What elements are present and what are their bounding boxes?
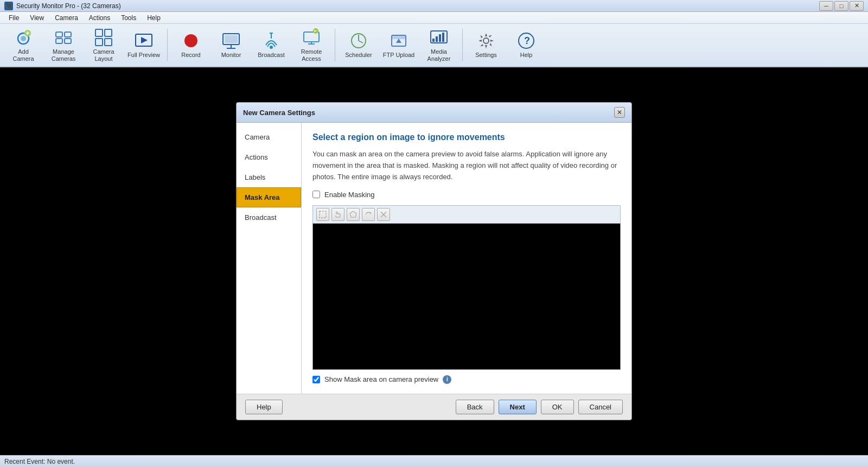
help-label: Help — [520, 52, 533, 59]
svg-rect-42 — [320, 211, 326, 218]
dialog-body: Camera Actions Labels Mask Area Broadcas… — [237, 123, 631, 393]
maximize-button[interactable]: □ — [834, 1, 848, 11]
dialog-overlay: New Camera Settings ✕ Camera Actions Lab… — [0, 67, 868, 455]
media-analyzer-label: Media Analyzer — [423, 48, 455, 62]
status-bar: Recent Event: No event. — [0, 455, 868, 467]
scheduler-icon — [349, 31, 368, 51]
toolbar-add-camera[interactable]: Add Camera — [4, 26, 42, 64]
hand-tool-button[interactable] — [331, 208, 344, 221]
enable-masking-checkbox[interactable] — [312, 191, 320, 198]
show-mask-label[interactable]: Show Mask area on camera preview — [324, 375, 438, 383]
menu-view[interactable]: View — [24, 13, 49, 23]
toolbar-record[interactable]: Record — [172, 26, 210, 64]
enable-masking-label[interactable]: Enable Masking — [324, 191, 375, 199]
show-mask-row: Show Mask area on camera preview i — [312, 375, 621, 384]
menu-bar: File View Camera Actions Tools Help — [0, 12, 868, 24]
ftp-upload-label: FTP Upload — [383, 52, 415, 59]
show-mask-info-icon[interactable]: i — [443, 375, 451, 384]
monitor-icon — [221, 31, 241, 51]
status-text: Recent Event: No event. — [4, 458, 75, 465]
dialog-content: Select a region on image to ignore movem… — [302, 123, 631, 393]
sidebar-item-labels[interactable]: Labels — [237, 167, 301, 187]
draw-polygon-button[interactable] — [347, 208, 360, 221]
menu-help[interactable]: Help — [142, 13, 166, 23]
new-camera-settings-dialog: New Camera Settings ✕ Camera Actions Lab… — [236, 102, 632, 420]
svg-text:?: ? — [524, 35, 530, 46]
toolbar-media-analyzer[interactable]: Media Analyzer — [420, 26, 458, 64]
sidebar-item-mask-area[interactable]: Mask Area — [237, 187, 301, 207]
content-title: Select a region on image to ignore movem… — [312, 132, 621, 142]
menu-actions[interactable]: Actions — [84, 13, 116, 23]
settings-icon — [476, 31, 496, 51]
dialog-footer: Help Back Next OK Cancel — [237, 394, 631, 420]
cancel-button[interactable]: Cancel — [578, 400, 623, 414]
manage-cameras-label: Manage Cameras — [47, 48, 80, 62]
select-tool-button[interactable] — [316, 208, 329, 221]
toolbar-remote-access[interactable]: Remote Access — [292, 26, 330, 64]
show-mask-checkbox[interactable] — [312, 376, 320, 383]
toolbar-scheduler[interactable]: Scheduler — [340, 26, 378, 64]
svg-rect-35 — [432, 39, 435, 42]
dialog-sidebar: Camera Actions Labels Mask Area Broadcas… — [237, 123, 302, 393]
toolbar-sep-3 — [462, 29, 463, 61]
back-button[interactable]: Back — [456, 400, 494, 414]
toolbar-settings[interactable]: Settings — [467, 26, 505, 64]
toolbar-broadcast[interactable]: Broadcast — [252, 26, 290, 64]
enable-masking-row: Enable Masking — [312, 191, 621, 199]
next-button[interactable]: Next — [499, 400, 537, 414]
close-button[interactable]: ✕ — [850, 1, 864, 11]
title-bar-controls: ─ □ ✕ — [819, 1, 864, 11]
toolbar-camera-layout[interactable]: Camera Layout — [85, 26, 123, 64]
toolbar: Add Camera Manage Cameras Camera Layout — [0, 24, 868, 67]
record-label: Record — [181, 52, 200, 59]
add-camera-label: Add Camera — [7, 48, 40, 62]
svg-rect-6 — [65, 32, 71, 37]
media-analyzer-icon — [429, 28, 449, 47]
full-preview-icon — [134, 31, 154, 51]
content-description: You can mask an area on the camera previ… — [312, 149, 621, 182]
svg-marker-14 — [141, 37, 148, 43]
footer-right: Back Next OK Cancel — [456, 400, 623, 414]
footer-left: Help — [245, 400, 283, 414]
camera-layout-label: Camera Layout — [87, 48, 120, 62]
svg-point-15 — [184, 34, 197, 47]
dialog-title: New Camera Settings — [243, 109, 315, 117]
menu-camera[interactable]: Camera — [49, 13, 84, 23]
svg-rect-9 — [95, 29, 103, 36]
menu-tools[interactable]: Tools — [116, 13, 142, 23]
app-icon: 🎥 — [4, 2, 13, 10]
svg-line-30 — [359, 41, 363, 43]
svg-point-39 — [483, 38, 489, 43]
dialog-close-button[interactable]: ✕ — [614, 107, 625, 118]
minimize-button[interactable]: ─ — [819, 1, 833, 11]
title-bar: 🎥 Security Monitor Pro - (32 Cameras) ─ … — [0, 0, 868, 12]
svg-marker-33 — [396, 39, 401, 43]
rotate-button[interactable] — [362, 208, 375, 221]
help-button[interactable]: Help — [245, 400, 283, 414]
svg-rect-36 — [436, 36, 438, 42]
svg-rect-7 — [56, 39, 62, 43]
sidebar-item-actions[interactable]: Actions — [237, 147, 301, 167]
settings-label: Settings — [475, 52, 497, 59]
image-editor-toolbar — [312, 205, 621, 223]
svg-rect-23 — [304, 32, 319, 42]
toolbar-manage-cameras[interactable]: Manage Cameras — [44, 26, 82, 64]
main-area: New Camera Settings ✕ Camera Actions Lab… — [0, 67, 868, 455]
sidebar-item-camera[interactable]: Camera — [237, 127, 301, 147]
ok-button[interactable]: OK — [541, 400, 574, 414]
scheduler-label: Scheduler — [345, 52, 372, 59]
toolbar-full-preview[interactable]: Full Preview — [125, 26, 163, 64]
toolbar-help[interactable]: ? Help — [507, 26, 545, 64]
menu-file[interactable]: File — [3, 13, 24, 23]
toolbar-monitor[interactable]: Monitor — [212, 26, 250, 64]
toolbar-ftp-upload[interactable]: FTP Upload — [380, 26, 418, 64]
delete-region-button[interactable] — [377, 208, 390, 221]
remote-access-icon — [302, 28, 321, 47]
add-camera-icon — [14, 28, 33, 47]
toolbar-sep-2 — [335, 29, 335, 61]
svg-rect-11 — [95, 39, 103, 46]
sidebar-item-broadcast[interactable]: Broadcast — [237, 207, 301, 228]
manage-cameras-icon — [54, 28, 73, 47]
remote-access-label: Remote Access — [295, 48, 328, 62]
svg-rect-5 — [56, 32, 62, 37]
